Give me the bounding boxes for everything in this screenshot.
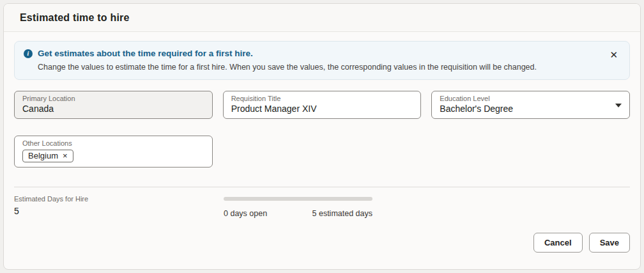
chip-remove-icon[interactable]: × xyxy=(63,152,68,160)
primary-location-value: Canada xyxy=(22,104,204,115)
primary-location-field: Primary Location Canada xyxy=(14,91,213,119)
progress-labels: 0 days open 5 estimated days xyxy=(224,209,372,218)
primary-location-label: Primary Location xyxy=(22,94,204,104)
chevron-down-icon[interactable] xyxy=(615,104,622,107)
estimated-time-to-hire-dialog: Estimated time to hire i Get estimates a… xyxy=(3,3,641,270)
requisition-title-field[interactable]: Requisition Title Product Manager XIV xyxy=(223,91,422,119)
chip-label: Belgium xyxy=(28,151,58,160)
hire-progress: 0 days open 5 estimated days xyxy=(224,197,372,218)
days-open-label: 0 days open xyxy=(224,209,267,218)
education-level-label: Education Level xyxy=(440,94,622,104)
cancel-button[interactable]: Cancel xyxy=(533,233,583,253)
location-chip-belgium: Belgium × xyxy=(22,150,73,162)
requisition-title-value[interactable]: Product Manager XIV xyxy=(231,104,413,115)
banner-description: Change the values to estimate the time f… xyxy=(38,63,620,72)
estimated-days-caption: 5 estimated days xyxy=(312,209,373,218)
dialog-header: Estimated time to hire xyxy=(4,4,640,32)
page-background: Estimated time to hire i Get estimates a… xyxy=(0,0,644,273)
form-fields: Primary Location Canada Requisition Titl… xyxy=(14,91,630,168)
education-level-dropdown[interactable]: Education Level Bachelor's Degree xyxy=(431,91,630,119)
progress-bar xyxy=(224,197,372,201)
save-button[interactable]: Save xyxy=(589,233,630,253)
info-banner: i Get estimates about the time required … xyxy=(14,41,630,80)
info-icon: i xyxy=(24,49,33,58)
education-level-value: Bachelor's Degree xyxy=(440,104,622,115)
section-divider xyxy=(14,187,630,187)
banner-heading: Get estimates about the time required fo… xyxy=(38,49,253,58)
requisition-title-label: Requisition Title xyxy=(231,94,413,104)
other-locations-label: Other Locations xyxy=(22,139,204,148)
page-title: Estimated time to hire xyxy=(20,12,130,24)
close-icon[interactable]: ✕ xyxy=(608,49,619,61)
estimate-section: Estimated Days for Hire 5 0 days open 5 … xyxy=(14,194,630,228)
other-locations-field[interactable]: Other Locations Belgium × xyxy=(14,136,213,168)
banner-heading-row: i Get estimates about the time required … xyxy=(24,49,620,58)
dialog-actions: Cancel Save xyxy=(533,233,630,253)
